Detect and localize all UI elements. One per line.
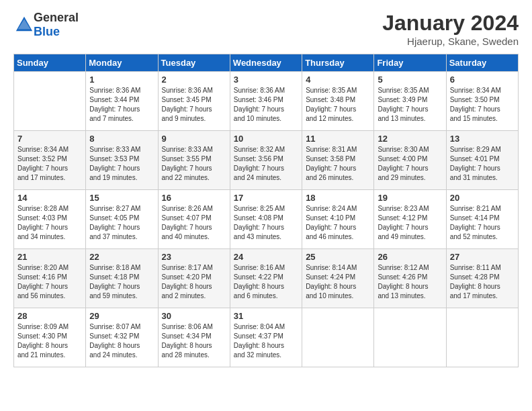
day-number: 6: [450, 75, 515, 85]
col-thursday: Thursday: [302, 54, 374, 72]
day-info: Sunrise: 8:25 AM Sunset: 4:08 PM Dayligh…: [234, 204, 298, 242]
day-number: 11: [306, 134, 370, 144]
table-row: 12Sunrise: 8:30 AM Sunset: 4:00 PM Dayli…: [374, 131, 446, 190]
table-row: 14Sunrise: 8:28 AM Sunset: 4:03 PM Dayli…: [14, 190, 86, 249]
table-row: 1Sunrise: 8:36 AM Sunset: 3:44 PM Daylig…: [86, 72, 158, 131]
month-title: January 2024: [382, 11, 519, 36]
table-row: 15Sunrise: 8:27 AM Sunset: 4:05 PM Dayli…: [86, 190, 158, 249]
day-info: Sunrise: 8:36 AM Sunset: 3:44 PM Dayligh…: [89, 86, 154, 124]
table-row: 25Sunrise: 8:14 AM Sunset: 4:24 PM Dayli…: [302, 249, 374, 308]
calendar-header-row: Sunday Monday Tuesday Wednesday Thursday…: [14, 54, 519, 72]
logo: General Blue: [13, 11, 79, 39]
day-info: Sunrise: 8:14 AM Sunset: 4:24 PM Dayligh…: [306, 263, 370, 301]
day-info: Sunrise: 8:11 AM Sunset: 4:28 PM Dayligh…: [450, 263, 515, 301]
day-info: Sunrise: 8:32 AM Sunset: 3:56 PM Dayligh…: [234, 145, 298, 183]
col-saturday: Saturday: [446, 54, 518, 72]
day-number: 12: [378, 134, 442, 144]
day-number: 23: [162, 252, 226, 262]
table-row: 26Sunrise: 8:12 AM Sunset: 4:26 PM Dayli…: [374, 249, 446, 308]
table-row: [14, 72, 86, 131]
day-info: Sunrise: 8:18 AM Sunset: 4:18 PM Dayligh…: [89, 263, 154, 301]
day-info: Sunrise: 8:36 AM Sunset: 3:45 PM Dayligh…: [162, 86, 226, 124]
page: General Blue January 2024 Hjaerup, Skane…: [0, 0, 532, 411]
day-info: Sunrise: 8:21 AM Sunset: 4:14 PM Dayligh…: [450, 204, 515, 242]
day-info: Sunrise: 8:29 AM Sunset: 4:01 PM Dayligh…: [450, 145, 515, 183]
table-row: 31Sunrise: 8:04 AM Sunset: 4:37 PM Dayli…: [230, 308, 302, 367]
day-number: 18: [306, 193, 370, 203]
day-number: 16: [162, 193, 226, 203]
day-number: 8: [89, 134, 154, 144]
table-row: 9Sunrise: 8:33 AM Sunset: 3:55 PM Daylig…: [158, 131, 230, 190]
day-number: 13: [450, 134, 515, 144]
day-info: Sunrise: 8:30 AM Sunset: 4:00 PM Dayligh…: [378, 145, 442, 183]
day-number: 9: [162, 134, 226, 144]
table-row: 7Sunrise: 8:34 AM Sunset: 3:52 PM Daylig…: [14, 131, 86, 190]
table-row: 27Sunrise: 8:11 AM Sunset: 4:28 PM Dayli…: [446, 249, 518, 308]
table-row: 21Sunrise: 8:20 AM Sunset: 4:16 PM Dayli…: [14, 249, 86, 308]
table-row: 4Sunrise: 8:35 AM Sunset: 3:48 PM Daylig…: [302, 72, 374, 131]
day-number: 25: [306, 252, 370, 262]
table-row: 22Sunrise: 8:18 AM Sunset: 4:18 PM Dayli…: [86, 249, 158, 308]
table-row: 16Sunrise: 8:26 AM Sunset: 4:07 PM Dayli…: [158, 190, 230, 249]
calendar-week-row: 28Sunrise: 8:09 AM Sunset: 4:30 PM Dayli…: [14, 308, 519, 367]
table-row: 13Sunrise: 8:29 AM Sunset: 4:01 PM Dayli…: [446, 131, 518, 190]
table-row: 28Sunrise: 8:09 AM Sunset: 4:30 PM Dayli…: [14, 308, 86, 367]
table-row: 30Sunrise: 8:06 AM Sunset: 4:34 PM Dayli…: [158, 308, 230, 367]
calendar-week-row: 7Sunrise: 8:34 AM Sunset: 3:52 PM Daylig…: [14, 131, 519, 190]
table-row: 18Sunrise: 8:24 AM Sunset: 4:10 PM Dayli…: [302, 190, 374, 249]
day-number: 17: [234, 193, 298, 203]
table-row: 8Sunrise: 8:33 AM Sunset: 3:53 PM Daylig…: [86, 131, 158, 190]
table-row: 3Sunrise: 8:36 AM Sunset: 3:46 PM Daylig…: [230, 72, 302, 131]
calendar-table: Sunday Monday Tuesday Wednesday Thursday…: [13, 54, 519, 367]
title-area: January 2024 Hjaerup, Skane, Sweden: [382, 11, 519, 47]
logo-blue: Blue: [34, 25, 60, 38]
day-info: Sunrise: 8:36 AM Sunset: 3:46 PM Dayligh…: [234, 86, 298, 124]
day-number: 24: [234, 252, 298, 262]
day-info: Sunrise: 8:33 AM Sunset: 3:53 PM Dayligh…: [89, 145, 154, 183]
day-info: Sunrise: 8:34 AM Sunset: 3:52 PM Dayligh…: [17, 145, 82, 183]
day-info: Sunrise: 8:24 AM Sunset: 4:10 PM Dayligh…: [306, 204, 370, 242]
day-info: Sunrise: 8:23 AM Sunset: 4:12 PM Dayligh…: [378, 204, 442, 242]
day-number: 10: [234, 134, 298, 144]
day-info: Sunrise: 8:17 AM Sunset: 4:20 PM Dayligh…: [162, 263, 226, 301]
table-row: 23Sunrise: 8:17 AM Sunset: 4:20 PM Dayli…: [158, 249, 230, 308]
table-row: 20Sunrise: 8:21 AM Sunset: 4:14 PM Dayli…: [446, 190, 518, 249]
day-info: Sunrise: 8:12 AM Sunset: 4:26 PM Dayligh…: [378, 263, 442, 301]
day-number: 1: [89, 75, 154, 85]
day-info: Sunrise: 8:34 AM Sunset: 3:50 PM Dayligh…: [450, 86, 515, 124]
day-info: Sunrise: 8:35 AM Sunset: 3:48 PM Dayligh…: [306, 86, 370, 124]
day-number: 27: [450, 252, 515, 262]
day-number: 31: [234, 311, 298, 321]
day-number: 5: [378, 75, 442, 85]
col-friday: Friday: [374, 54, 446, 72]
day-info: Sunrise: 8:16 AM Sunset: 4:22 PM Dayligh…: [234, 263, 298, 301]
svg-marker-1: [18, 19, 31, 30]
calendar-week-row: 1Sunrise: 8:36 AM Sunset: 3:44 PM Daylig…: [14, 72, 519, 131]
day-number: 2: [162, 75, 226, 85]
col-wednesday: Wednesday: [230, 54, 302, 72]
table-row: 17Sunrise: 8:25 AM Sunset: 4:08 PM Dayli…: [230, 190, 302, 249]
table-row: [302, 308, 374, 367]
day-number: 14: [17, 193, 82, 203]
day-info: Sunrise: 8:27 AM Sunset: 4:05 PM Dayligh…: [89, 204, 154, 242]
calendar-week-row: 21Sunrise: 8:20 AM Sunset: 4:16 PM Dayli…: [14, 249, 519, 308]
location-title: Hjaerup, Skane, Sweden: [382, 36, 519, 47]
table-row: 19Sunrise: 8:23 AM Sunset: 4:12 PM Dayli…: [374, 190, 446, 249]
logo-icon: [15, 15, 34, 34]
day-info: Sunrise: 8:04 AM Sunset: 4:37 PM Dayligh…: [234, 322, 298, 360]
day-number: 7: [17, 134, 82, 144]
header: General Blue January 2024 Hjaerup, Skane…: [13, 11, 519, 47]
col-sunday: Sunday: [14, 54, 86, 72]
day-number: 15: [89, 193, 154, 203]
day-number: 26: [378, 252, 442, 262]
table-row: [446, 308, 518, 367]
day-number: 4: [306, 75, 370, 85]
day-number: 20: [450, 193, 515, 203]
day-info: Sunrise: 8:35 AM Sunset: 3:49 PM Dayligh…: [378, 86, 442, 124]
day-number: 30: [162, 311, 226, 321]
day-number: 3: [234, 75, 298, 85]
day-number: 29: [89, 311, 154, 321]
table-row: 29Sunrise: 8:07 AM Sunset: 4:32 PM Dayli…: [86, 308, 158, 367]
day-number: 22: [89, 252, 154, 262]
calendar-week-row: 14Sunrise: 8:28 AM Sunset: 4:03 PM Dayli…: [14, 190, 519, 249]
